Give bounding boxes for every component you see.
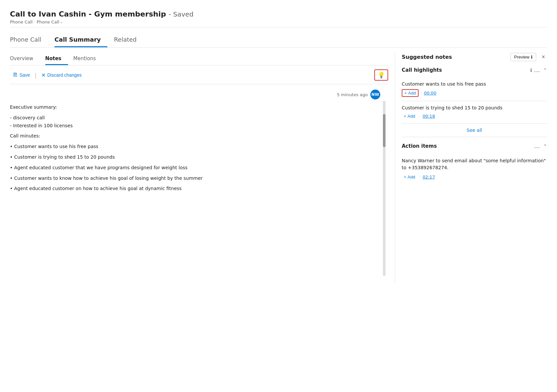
action-items-more-icon[interactable]: … (534, 142, 540, 149)
highlight-item-1: Customer wants to use his free pass + Ad… (402, 77, 547, 101)
chevron-down-icon: ⌄ (60, 20, 63, 24)
breadcrumb-dropdown[interactable]: Phone Call ⌄ (37, 20, 63, 24)
notes-bullet2: • Customer is trying to shed 15 to 20 po… (10, 153, 380, 161)
suggested-notes-header: Suggested notes Preview ℹ × (402, 53, 547, 61)
content-area: Overview Notes Mentions 🖹 Save | ✕ Disca… (10, 53, 547, 283)
sub-tab-mentions[interactable]: Mentions (73, 53, 102, 65)
tab-phone-call[interactable]: Phone Call (10, 33, 48, 47)
action-items-title: Action items (402, 143, 532, 149)
call-highlights-more-icon[interactable]: … (534, 66, 540, 73)
call-highlights-section: Call highlights ℹ … ⌃ Customer wants to … (402, 66, 547, 137)
add-label-2: Add (408, 114, 415, 119)
plus-icon-2: + (404, 114, 406, 119)
info-icon: ℹ (531, 55, 533, 59)
breadcrumb-item2: Phone Call (37, 20, 59, 24)
close-suggested-button[interactable]: × (539, 53, 547, 61)
add-action-label-1: Add (408, 175, 415, 179)
notes-bullet1: • Customer wants to use his free pass (10, 143, 380, 151)
toolbar: 🖹 Save | ✕ Discard changes 💡 (10, 65, 388, 84)
notes-avatar: NW (370, 90, 380, 99)
action-item-1: Nancy Warner to send email about "some h… (402, 153, 547, 184)
time-link-2[interactable]: 00:18 (423, 114, 435, 119)
highlight-text-2: Customer is trying to shed 15 to 20 poun… (402, 105, 547, 110)
highlight-actions-1: + Add · 00:00 (402, 89, 547, 97)
action-actions-1: + Add · 02:17 (402, 174, 547, 180)
plus-icon-action-1: + (404, 175, 406, 179)
call-highlights-collapse-icon[interactable]: ⌃ (543, 67, 547, 73)
call-highlights-title: Call highlights (402, 67, 528, 73)
preview-label: Preview (514, 55, 529, 59)
breadcrumb-item1: Phone Call (10, 20, 33, 24)
highlight-actions-2: + Add · 00:18 (402, 113, 547, 119)
lightbulb-icon: 💡 (378, 71, 385, 79)
action-time-link-1[interactable]: 02:17 (423, 175, 435, 179)
highlight-text-1: Customer wants to use his free pass (402, 81, 547, 87)
see-all-link[interactable]: See all (402, 124, 547, 137)
scrollbar-thumb[interactable] (383, 114, 386, 147)
save-label: Save (19, 72, 30, 78)
action-text-1: Nancy Warner to send email about "some h… (402, 157, 547, 171)
main-tabs: Phone Call Call Summary Related (10, 33, 547, 48)
notes-bullet5: • Agent educated customer on how to achi… (10, 185, 380, 193)
call-highlights-header: Call highlights ℹ … ⌃ (402, 66, 547, 73)
close-icon: ✕ (41, 72, 46, 78)
notes-editor[interactable]: 5 minutes ago NW Executive summary: - di… (10, 84, 388, 283)
preview-button[interactable]: Preview ℹ (510, 53, 536, 61)
toolbar-separator: | (35, 72, 37, 79)
discard-button[interactable]: ✕ Discard changes (39, 71, 84, 80)
dot-separator-2: · (419, 114, 421, 119)
notes-executive-summary: Executive summary: (10, 103, 380, 111)
plus-icon-1: + (404, 91, 407, 96)
notes-text[interactable]: Executive summary: - discovery call- Int… (10, 103, 388, 193)
page-container: Call to Ivan Cashin - Gym membership - S… (0, 0, 557, 392)
suggested-notes-title: Suggested notes (402, 54, 507, 60)
notes-discovery: - discovery call- Interested in 100 lice… (10, 114, 380, 130)
notes-call-minutes: Call minutes: (10, 132, 380, 140)
discard-label: Discard changes (47, 72, 82, 78)
sub-tabs: Overview Notes Mentions (10, 53, 388, 65)
page-title-row: Call to Ivan Cashin - Gym membership - S… (10, 10, 547, 18)
breadcrumb-separator: · (34, 20, 35, 24)
breadcrumb: Phone Call · Phone Call ⌄ (10, 20, 547, 24)
add-highlight-1-button[interactable]: + Add (402, 89, 419, 97)
save-button[interactable]: 🖹 Save (10, 71, 33, 79)
add-action-1-button[interactable]: + Add (402, 174, 417, 180)
dot-separator-1: · (421, 91, 422, 96)
notes-timestamp: 5 minutes ago (337, 92, 368, 97)
notes-content: 5 minutes ago NW Executive summary: - di… (10, 84, 388, 283)
close-icon: × (541, 54, 545, 60)
left-panel: Overview Notes Mentions 🖹 Save | ✕ Disca… (10, 53, 388, 283)
add-highlight-2-button[interactable]: + Add (402, 113, 417, 119)
call-highlights-info-icon[interactable]: ℹ (530, 67, 532, 73)
highlight-item-2: Customer is trying to shed 15 to 20 poun… (402, 101, 547, 124)
action-items-header: Action items … ⌃ (402, 142, 547, 149)
action-dot-separator-1: · (419, 175, 421, 180)
page-title: Call to Ivan Cashin - Gym membership (10, 10, 166, 18)
action-items-section: Action items … ⌃ Nancy Warner to send em… (402, 142, 547, 184)
sub-tab-overview[interactable]: Overview (10, 53, 40, 65)
tab-call-summary[interactable]: Call Summary (55, 33, 107, 47)
saved-label: - Saved (168, 10, 193, 18)
tab-related[interactable]: Related (114, 33, 143, 47)
notes-bullet4: • Customer wants to know how to achieve … (10, 175, 380, 182)
page-header: Call to Ivan Cashin - Gym membership - S… (10, 7, 547, 27)
save-icon: 🖹 (13, 72, 18, 78)
notes-time-row: 5 minutes ago NW (10, 90, 388, 99)
time-link-1[interactable]: 00:00 (424, 91, 436, 96)
sub-tab-notes[interactable]: Notes (45, 53, 68, 65)
add-label-1: Add (408, 91, 416, 96)
right-panel: Suggested notes Preview ℹ × Call highlig… (402, 53, 547, 283)
action-items-collapse-icon[interactable]: ⌃ (543, 143, 547, 149)
scrollbar-track (383, 101, 386, 276)
panel-divider (395, 53, 395, 283)
lightbulb-button[interactable]: 💡 (374, 69, 388, 81)
notes-bullet3: • Agent educated customer that we have p… (10, 164, 380, 172)
